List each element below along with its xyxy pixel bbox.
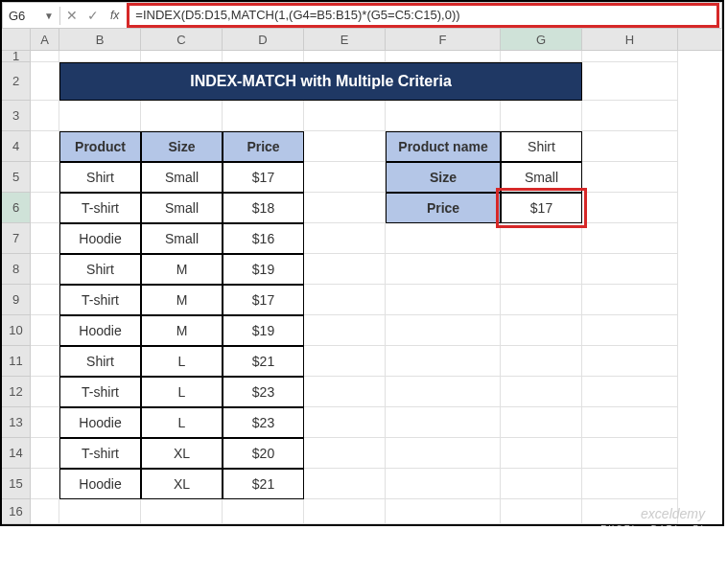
fx-icon[interactable]: fx [106, 9, 123, 22]
cell-product[interactable]: Shirt [59, 162, 141, 193]
cell[interactable] [582, 315, 678, 346]
cell[interactable] [501, 438, 582, 469]
cell[interactable] [59, 51, 141, 62]
cell[interactable] [31, 315, 59, 346]
cell[interactable] [386, 223, 501, 254]
cell[interactable] [31, 223, 59, 254]
cell[interactable] [582, 131, 678, 162]
cell-product[interactable]: Hoodie [59, 469, 141, 499]
cell-size[interactable]: M [141, 285, 223, 315]
cell[interactable] [31, 377, 59, 407]
cell-price[interactable]: $21 [223, 469, 304, 499]
row-header-7[interactable]: 7 [2, 223, 31, 254]
lookup-size-label[interactable]: Size [386, 162, 501, 193]
cell[interactable] [582, 51, 678, 62]
name-box[interactable]: G6 ▼ [3, 7, 60, 25]
cell[interactable] [304, 51, 386, 62]
cell[interactable] [386, 315, 501, 346]
cell[interactable] [304, 438, 386, 469]
cell[interactable] [501, 315, 582, 346]
col-header-C[interactable]: C [141, 29, 223, 50]
cell[interactable] [582, 438, 678, 469]
cell-price[interactable]: $18 [223, 193, 304, 223]
cell[interactable] [59, 101, 141, 131]
row-header-15[interactable]: 15 [2, 469, 31, 499]
cell-product[interactable]: Shirt [59, 254, 141, 285]
row-header-8[interactable]: 8 [2, 254, 31, 285]
cell[interactable] [501, 499, 582, 524]
lookup-product-value[interactable]: Shirt [501, 131, 582, 162]
cell[interactable] [582, 377, 678, 407]
cell[interactable] [141, 51, 223, 62]
cell[interactable] [501, 407, 582, 438]
cell[interactable] [386, 407, 501, 438]
cell[interactable] [582, 193, 678, 223]
cell[interactable] [501, 101, 582, 131]
cell[interactable] [501, 346, 582, 377]
cell-product[interactable]: T-shirt [59, 193, 141, 223]
cell-product[interactable]: Shirt [59, 346, 141, 377]
header-size[interactable]: Size [141, 131, 223, 162]
cell[interactable] [304, 346, 386, 377]
cell[interactable] [31, 285, 59, 315]
cell[interactable] [386, 377, 501, 407]
cell[interactable] [386, 438, 501, 469]
row-header-10[interactable]: 10 [2, 315, 31, 346]
cell[interactable] [582, 407, 678, 438]
cell[interactable] [386, 469, 501, 499]
row-header-2[interactable]: 2 [2, 62, 31, 101]
row-header-5[interactable]: 5 [2, 162, 31, 193]
cell[interactable] [31, 101, 59, 131]
cell[interactable] [31, 51, 59, 62]
cell-size[interactable]: M [141, 254, 223, 285]
row-header-14[interactable]: 14 [2, 438, 31, 469]
lookup-product-label[interactable]: Product name [386, 131, 501, 162]
cell-price[interactable]: $17 [223, 162, 304, 193]
cell[interactable] [31, 407, 59, 438]
cell-size[interactable]: Small [141, 223, 223, 254]
cell[interactable] [304, 499, 386, 524]
cell[interactable] [31, 438, 59, 469]
cell-size[interactable]: M [141, 315, 223, 346]
cell[interactable] [386, 285, 501, 315]
cell[interactable] [141, 101, 223, 131]
cell[interactable] [501, 254, 582, 285]
cell-size[interactable]: Small [141, 162, 223, 193]
cell-price[interactable]: $17 [223, 285, 304, 315]
cell-price[interactable]: $21 [223, 346, 304, 377]
cell-price[interactable]: $23 [223, 377, 304, 407]
row-header-3[interactable]: 3 [2, 101, 31, 131]
cell-size[interactable]: XL [141, 469, 223, 499]
col-header-G[interactable]: G [501, 29, 582, 50]
cell-price[interactable]: $16 [223, 223, 304, 254]
cell[interactable] [304, 101, 386, 131]
header-product[interactable]: Product [59, 131, 141, 162]
cell[interactable] [31, 499, 59, 524]
cell[interactable] [31, 162, 59, 193]
cell[interactable] [501, 51, 582, 62]
row-header-12[interactable]: 12 [2, 377, 31, 407]
cell[interactable] [223, 51, 304, 62]
cell[interactable] [582, 62, 678, 101]
row-header-16[interactable]: 16 [2, 499, 31, 524]
lookup-price-label[interactable]: Price [386, 193, 501, 223]
cell[interactable] [31, 346, 59, 377]
cell[interactable] [582, 223, 678, 254]
cell-price[interactable]: $19 [223, 254, 304, 285]
cell[interactable] [386, 346, 501, 377]
header-price[interactable]: Price [223, 131, 304, 162]
formula-input[interactable]: =INDEX(D5:D15,MATCH(1,(G4=B5:B15)*(G5=C5… [127, 3, 719, 28]
cancel-icon[interactable]: ✕ [64, 8, 80, 23]
row-header-4[interactable]: 4 [2, 131, 31, 162]
cell[interactable] [31, 62, 59, 101]
cell[interactable] [304, 223, 386, 254]
cell-price[interactable]: $23 [223, 407, 304, 438]
cell[interactable] [501, 469, 582, 499]
col-header-H[interactable]: H [582, 29, 678, 50]
cell-size[interactable]: Small [141, 193, 223, 223]
cell-size[interactable]: XL [141, 438, 223, 469]
cell[interactable] [31, 131, 59, 162]
cell[interactable] [31, 193, 59, 223]
col-header-A[interactable]: A [31, 29, 59, 50]
cell[interactable] [386, 51, 501, 62]
